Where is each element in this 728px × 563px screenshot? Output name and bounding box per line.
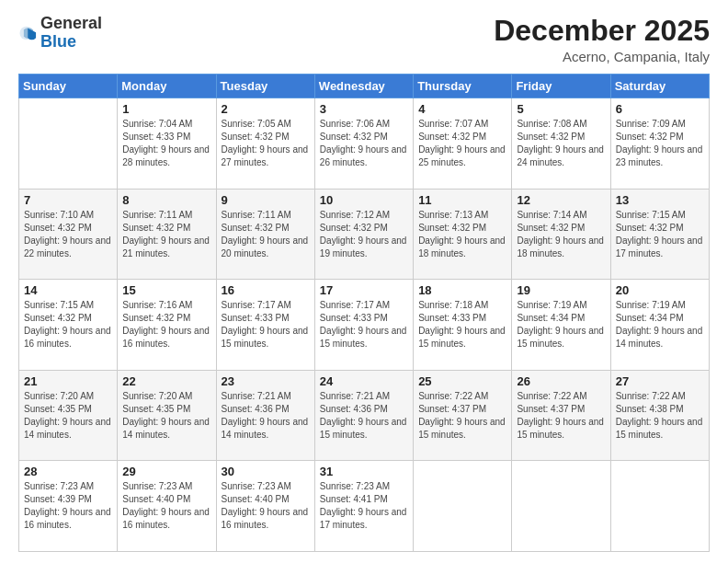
day-info: Sunrise: 7:15 AMSunset: 4:32 PMDaylight:… [616, 209, 704, 260]
day-header-monday: Monday [118, 75, 216, 98]
calendar-cell: 19Sunrise: 7:19 AMSunset: 4:34 PMDayligh… [512, 280, 610, 371]
day-number: 11 [418, 193, 506, 207]
day-info: Sunrise: 7:23 AMSunset: 4:40 PMDaylight:… [122, 480, 210, 532]
day-info: Sunrise: 7:15 AMSunset: 4:32 PMDaylight:… [24, 299, 112, 350]
day-number: 7 [24, 193, 112, 207]
calendar-cell: 29Sunrise: 7:23 AMSunset: 4:40 PMDayligh… [118, 461, 216, 552]
calendar-cell: 27Sunrise: 7:22 AMSunset: 4:38 PMDayligh… [610, 370, 709, 461]
day-info: Sunrise: 7:22 AMSunset: 4:37 PMDaylight:… [517, 390, 605, 442]
calendar-cell: 5Sunrise: 7:08 AMSunset: 4:32 PMDaylight… [512, 98, 610, 190]
day-number: 2 [222, 102, 310, 116]
day-number: 6 [616, 102, 704, 116]
day-info: Sunrise: 7:10 AMSunset: 4:32 PMDaylight:… [24, 209, 112, 260]
day-header-wednesday: Wednesday [314, 75, 413, 98]
calendar-week-1: 7Sunrise: 7:10 AMSunset: 4:32 PMDaylight… [19, 189, 710, 280]
day-info: Sunrise: 7:20 AMSunset: 4:35 PMDaylight:… [122, 390, 210, 442]
day-info: Sunrise: 7:17 AMSunset: 4:33 PMDaylight:… [222, 299, 310, 350]
location-title: Acerno, Campania, Italy [494, 49, 710, 64]
day-info: Sunrise: 7:21 AMSunset: 4:36 PMDaylight:… [320, 390, 408, 442]
month-title: December 2025 [494, 15, 710, 47]
calendar-page: General Blue December 2025 Acerno, Campa… [0, 0, 728, 563]
calendar-header-row: SundayMondayTuesdayWednesdayThursdayFrid… [19, 75, 710, 98]
day-number: 4 [418, 102, 506, 116]
day-number: 21 [24, 374, 112, 388]
day-header-thursday: Thursday [414, 75, 512, 98]
title-block: December 2025 Acerno, Campania, Italy [494, 15, 710, 64]
day-info: Sunrise: 7:22 AMSunset: 4:37 PMDaylight:… [418, 390, 506, 442]
calendar-cell [610, 461, 709, 552]
calendar-cell: 24Sunrise: 7:21 AMSunset: 4:36 PMDayligh… [314, 370, 413, 461]
day-number: 8 [122, 193, 210, 207]
calendar-cell: 11Sunrise: 7:13 AMSunset: 4:32 PMDayligh… [414, 189, 512, 280]
calendar-cell: 10Sunrise: 7:12 AMSunset: 4:32 PMDayligh… [314, 189, 413, 280]
calendar-table: SundayMondayTuesdayWednesdayThursdayFrid… [18, 74, 710, 552]
day-info: Sunrise: 7:05 AMSunset: 4:32 PMDaylight:… [222, 118, 310, 169]
calendar-cell: 18Sunrise: 7:18 AMSunset: 4:33 PMDayligh… [414, 280, 512, 371]
day-number: 10 [320, 193, 408, 207]
day-info: Sunrise: 7:08 AMSunset: 4:32 PMDaylight:… [517, 118, 605, 169]
day-info: Sunrise: 7:07 AMSunset: 4:32 PMDaylight:… [418, 118, 506, 169]
day-number: 26 [517, 374, 605, 388]
day-header-saturday: Saturday [610, 75, 709, 98]
calendar-cell: 28Sunrise: 7:23 AMSunset: 4:39 PMDayligh… [19, 461, 118, 552]
calendar-cell: 22Sunrise: 7:20 AMSunset: 4:35 PMDayligh… [118, 370, 216, 461]
calendar-cell: 21Sunrise: 7:20 AMSunset: 4:35 PMDayligh… [19, 370, 118, 461]
day-info: Sunrise: 7:20 AMSunset: 4:35 PMDaylight:… [24, 390, 112, 442]
day-number: 14 [24, 283, 112, 297]
day-number: 3 [320, 102, 408, 116]
calendar-week-4: 28Sunrise: 7:23 AMSunset: 4:39 PMDayligh… [19, 461, 710, 552]
day-info: Sunrise: 7:13 AMSunset: 4:32 PMDaylight:… [418, 209, 506, 260]
day-info: Sunrise: 7:19 AMSunset: 4:34 PMDaylight:… [517, 299, 605, 350]
calendar-cell: 12Sunrise: 7:14 AMSunset: 4:32 PMDayligh… [512, 189, 610, 280]
day-info: Sunrise: 7:18 AMSunset: 4:33 PMDaylight:… [418, 299, 506, 350]
day-header-sunday: Sunday [19, 75, 118, 98]
day-number: 19 [517, 283, 605, 297]
day-number: 24 [320, 374, 408, 388]
day-number: 18 [418, 283, 506, 297]
calendar-cell: 26Sunrise: 7:22 AMSunset: 4:37 PMDayligh… [512, 370, 610, 461]
day-info: Sunrise: 7:17 AMSunset: 4:33 PMDaylight:… [320, 299, 408, 350]
calendar-cell: 6Sunrise: 7:09 AMSunset: 4:32 PMDaylight… [610, 98, 709, 190]
day-number: 27 [616, 374, 704, 388]
logo-text: General Blue [40, 15, 102, 52]
day-number: 9 [222, 193, 310, 207]
calendar-cell: 3Sunrise: 7:06 AMSunset: 4:32 PMDaylight… [314, 98, 413, 190]
day-number: 28 [24, 465, 112, 478]
calendar-cell: 7Sunrise: 7:10 AMSunset: 4:32 PMDaylight… [19, 189, 118, 280]
logo-icon [18, 23, 39, 43]
calendar-cell: 30Sunrise: 7:23 AMSunset: 4:40 PMDayligh… [216, 461, 314, 552]
day-info: Sunrise: 7:12 AMSunset: 4:32 PMDaylight:… [320, 209, 408, 260]
calendar-cell: 14Sunrise: 7:15 AMSunset: 4:32 PMDayligh… [19, 280, 118, 371]
calendar-cell: 2Sunrise: 7:05 AMSunset: 4:32 PMDaylight… [216, 98, 314, 190]
day-number: 23 [222, 374, 310, 388]
calendar-cell [19, 98, 118, 190]
day-header-friday: Friday [512, 75, 610, 98]
day-info: Sunrise: 7:23 AMSunset: 4:40 PMDaylight:… [222, 480, 310, 532]
day-info: Sunrise: 7:22 AMSunset: 4:38 PMDaylight:… [616, 390, 704, 442]
day-number: 30 [222, 465, 310, 478]
day-number: 29 [122, 465, 210, 478]
day-number: 20 [616, 283, 704, 297]
day-number: 12 [517, 193, 605, 207]
calendar-cell: 13Sunrise: 7:15 AMSunset: 4:32 PMDayligh… [610, 189, 709, 280]
calendar-cell: 16Sunrise: 7:17 AMSunset: 4:33 PMDayligh… [216, 280, 314, 371]
day-number: 16 [222, 283, 310, 297]
logo: General Blue [18, 15, 102, 52]
calendar-cell: 15Sunrise: 7:16 AMSunset: 4:32 PMDayligh… [118, 280, 216, 371]
day-info: Sunrise: 7:23 AMSunset: 4:41 PMDaylight:… [320, 480, 408, 532]
calendar-cell: 23Sunrise: 7:21 AMSunset: 4:36 PMDayligh… [216, 370, 314, 461]
calendar-week-0: 1Sunrise: 7:04 AMSunset: 4:33 PMDaylight… [19, 98, 710, 190]
calendar-cell: 1Sunrise: 7:04 AMSunset: 4:33 PMDaylight… [118, 98, 216, 190]
day-info: Sunrise: 7:16 AMSunset: 4:32 PMDaylight:… [122, 299, 210, 350]
day-info: Sunrise: 7:11 AMSunset: 4:32 PMDaylight:… [122, 209, 210, 260]
day-info: Sunrise: 7:11 AMSunset: 4:32 PMDaylight:… [222, 209, 310, 260]
day-info: Sunrise: 7:06 AMSunset: 4:32 PMDaylight:… [320, 118, 408, 169]
calendar-cell: 25Sunrise: 7:22 AMSunset: 4:37 PMDayligh… [414, 370, 512, 461]
calendar-week-3: 21Sunrise: 7:20 AMSunset: 4:35 PMDayligh… [19, 370, 710, 461]
day-number: 13 [616, 193, 704, 207]
day-number: 5 [517, 102, 605, 116]
calendar-cell: 9Sunrise: 7:11 AMSunset: 4:32 PMDaylight… [216, 189, 314, 280]
calendar-cell [414, 461, 512, 552]
calendar-cell: 8Sunrise: 7:11 AMSunset: 4:32 PMDaylight… [118, 189, 216, 280]
day-number: 22 [122, 374, 210, 388]
